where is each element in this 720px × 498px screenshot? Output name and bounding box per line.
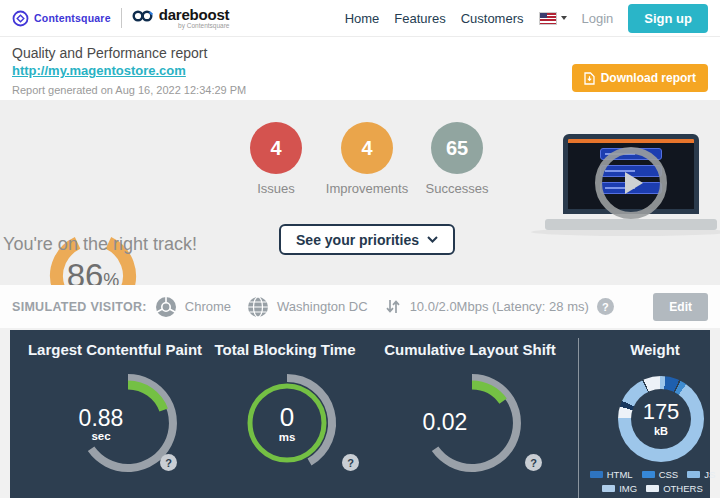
legend-item-img: IMG (602, 483, 637, 494)
tbt-value: 0 ms (247, 404, 327, 443)
issues-count-badge: 4 (250, 122, 302, 174)
visitor-browser: Chrome (185, 299, 231, 314)
css-swatch-icon (642, 471, 655, 478)
play-triangle-icon (625, 172, 643, 194)
weight-title: Weight (585, 341, 720, 358)
see-priorities-label: See your priorities (296, 232, 419, 248)
chrome-browser-icon (155, 296, 177, 318)
cls-title: Cumulative Layout Shift (365, 341, 575, 358)
nav-item-features[interactable]: Features (394, 11, 445, 26)
dareboost-report-page: Contentsquare dareboost by Contentsquare… (0, 0, 720, 498)
visitor-help-icon[interactable]: ? (597, 298, 614, 315)
cls-help-icon[interactable]: ? (525, 454, 542, 471)
html-swatch-icon (590, 471, 603, 478)
nav-item-customers[interactable]: Customers (461, 11, 524, 26)
us-flag-icon (539, 12, 557, 25)
edit-visitor-button[interactable]: Edit (653, 293, 708, 321)
successes-counter: 65 Successes (431, 122, 483, 196)
lcp-unit: sec (61, 430, 141, 442)
weight-legend: HTML CSS JS IMG OTHERS (595, 469, 710, 494)
lcp-help-icon[interactable]: ? (160, 454, 177, 471)
nav-links: Home Features Customers Login Sign up (345, 4, 708, 33)
img-swatch-icon (602, 485, 615, 492)
video-play-button[interactable] (595, 147, 667, 219)
tbt-unit: ms (247, 431, 327, 443)
dareboost-infinity-icon (132, 9, 154, 23)
tbt-help-icon[interactable]: ? (342, 454, 359, 471)
download-file-icon (584, 72, 595, 85)
visitor-bandwidth: 10.0/2.0Mbps (Latency: 28 ms) (410, 299, 589, 314)
language-selector[interactable] (539, 12, 567, 25)
laptop-screen-topbar (568, 139, 694, 143)
weight-value: 175 kB (618, 376, 704, 462)
contentsquare-logo[interactable]: Contentsquare (12, 10, 111, 27)
improvements-count-badge: 4 (341, 122, 393, 174)
cls-number: 0.02 (405, 410, 485, 434)
login-link[interactable]: Login (582, 11, 614, 26)
video-laptop-illustration (545, 126, 717, 236)
brand-logos: Contentsquare dareboost by Contentsquare (12, 7, 229, 30)
visitor-location: Washington DC (277, 299, 368, 314)
download-report-button[interactable]: Download report (572, 64, 708, 92)
tbt-number: 0 (247, 404, 327, 431)
legend-others-label: OTHERS (663, 483, 703, 494)
brand-divider (121, 8, 122, 28)
js-swatch-icon (687, 471, 700, 478)
legend-html-label: HTML (607, 469, 633, 480)
legend-img-label: IMG (619, 483, 637, 494)
simulated-visitor-label: SIMULATED VISITOR: (12, 300, 147, 314)
signup-button[interactable]: Sign up (628, 4, 708, 33)
successes-count-badge: 65 (431, 122, 483, 174)
others-swatch-icon (646, 485, 659, 492)
caret-down-icon (561, 16, 567, 20)
download-report-label: Download report (601, 71, 696, 85)
panel-divider (578, 338, 579, 498)
report-title: Quality and Performance report (12, 45, 708, 61)
top-navbar: Contentsquare dareboost by Contentsquare… (0, 0, 720, 37)
contentsquare-icon (12, 10, 29, 27)
nav-item-home[interactable]: Home (345, 11, 380, 26)
cls-value: 0.02 (405, 410, 485, 434)
weight-unit: kB (654, 426, 668, 437)
simulated-visitor-bar: SIMULATED VISITOR: Chrome Washington DC … (0, 285, 720, 328)
score-message: You're on the right track! (0, 234, 200, 255)
legend-item-css: CSS (642, 469, 679, 480)
see-priorities-button[interactable]: See your priorities (279, 224, 455, 255)
lcp-value: 0.88 sec (61, 406, 141, 442)
dareboost-logo[interactable]: dareboost by Contentsquare (132, 7, 230, 30)
legend-item-others: OTHERS (646, 483, 703, 494)
tbt-title: Total Blocking Time (180, 341, 390, 358)
metrics-panel: Largest Contentful Paint Total Blocking … (10, 330, 710, 498)
chevron-down-icon (427, 236, 438, 243)
globe-location-icon (247, 296, 269, 318)
improvements-counter: 4 Improvements (341, 122, 393, 196)
legend-js-label: JS (704, 469, 715, 480)
laptop-base (545, 219, 717, 230)
report-url-link[interactable]: http://my.magentostore.com (12, 63, 186, 78)
weight-number: 175 (643, 401, 680, 423)
successes-label: Successes (402, 181, 512, 196)
dareboost-wordmark: dareboost (159, 7, 230, 22)
lcp-number: 0.88 (61, 406, 141, 430)
report-header: Quality and Performance report http://my… (0, 37, 720, 100)
score-hero-section: 86% You're on the right track! 4 Issues … (0, 100, 720, 285)
dareboost-byline: by Contentsquare (178, 23, 229, 30)
legend-item-js: JS (687, 469, 715, 480)
contentsquare-wordmark: Contentsquare (34, 12, 111, 24)
issues-counter: 4 Issues (250, 122, 302, 196)
throughput-arrows-icon (384, 298, 402, 315)
legend-item-html: HTML (590, 469, 633, 480)
legend-css-label: CSS (659, 469, 679, 480)
